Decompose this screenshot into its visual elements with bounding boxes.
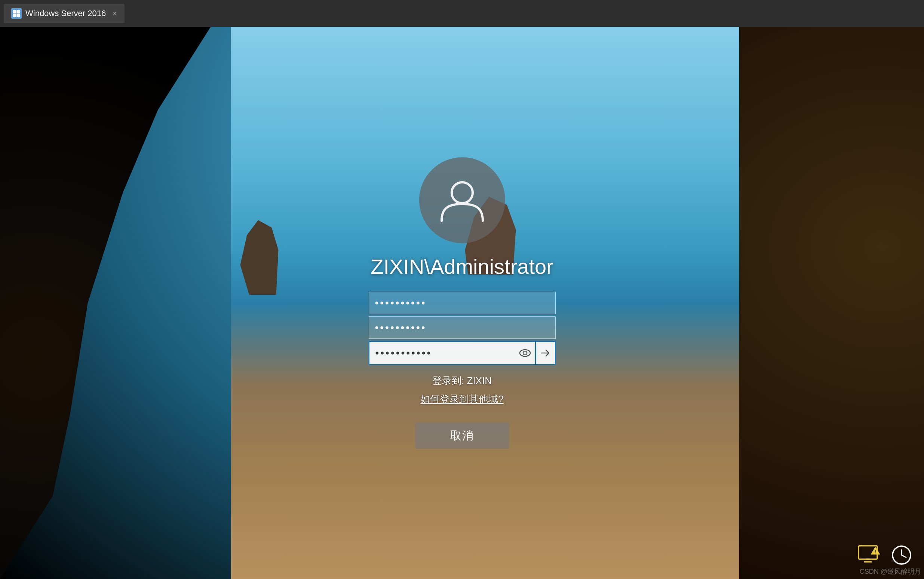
user-avatar — [419, 157, 505, 243]
accessibility-icon[interactable] — [890, 544, 913, 568]
tab-close-button[interactable]: × — [113, 9, 117, 18]
tab-windows-server[interactable]: Windows Server 2016 × — [4, 4, 125, 23]
network-warning-icon[interactable]: ! — [857, 544, 883, 568]
submit-password-button[interactable] — [535, 341, 555, 365]
svg-point-6 — [523, 351, 527, 355]
svg-rect-2 — [13, 14, 16, 17]
windows-tab-icon — [11, 8, 22, 19]
login-domain-text: 登录到: ZIXIN — [432, 374, 492, 388]
other-domain-link[interactable]: 如何登录到其他域? — [420, 393, 503, 406]
active-password-row — [369, 341, 556, 365]
password-field-1[interactable] — [369, 292, 556, 314]
tab-bar: Windows Server 2016 × — [0, 0, 924, 27]
svg-rect-0 — [13, 10, 16, 13]
login-container: ZIXIN\Administrator 登录到: ZIXIN 如何登录到其他 — [331, 157, 593, 449]
svg-point-5 — [520, 350, 530, 357]
password-field-2[interactable] — [369, 316, 556, 339]
svg-rect-1 — [17, 10, 20, 13]
csdn-watermark: CSDN @邀风醉明月 — [860, 567, 921, 576]
show-password-button[interactable] — [515, 341, 535, 365]
main-content: ZIXIN\Administrator 登录到: ZIXIN 如何登录到其他 — [0, 27, 924, 579]
username-display: ZIXIN\Administrator — [371, 254, 553, 279]
svg-text:!: ! — [875, 549, 876, 554]
tab-title: Windows Server 2016 — [25, 8, 106, 18]
svg-rect-3 — [17, 14, 20, 17]
cancel-button[interactable]: 取消 — [415, 422, 509, 449]
password-field-active[interactable] — [369, 341, 515, 365]
svg-point-4 — [452, 182, 473, 203]
bottom-right-icons: ! — [857, 544, 913, 568]
